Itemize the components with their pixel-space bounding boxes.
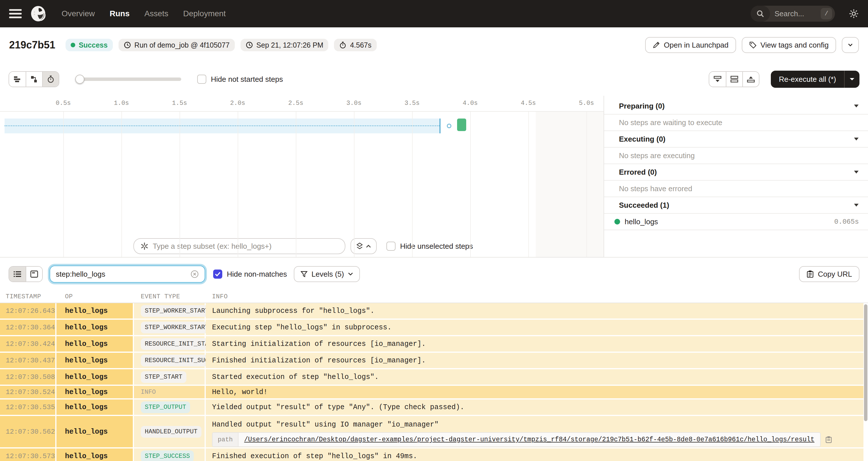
axis-tick: 3.5s [405,100,420,107]
hide-non-matches-checkbox[interactable] [213,270,222,279]
job-tag[interactable]: Run of demo_job @ 4f105077 [119,39,235,51]
copy-url-button[interactable]: Copy URL [799,266,860,282]
step-bar-hello-logs[interactable] [457,119,466,131]
reexecute-all-button[interactable]: Re-execute all (*) [771,71,844,88]
log-event-type-cell: STEP_WORKER_STARTED [134,320,206,335]
run-id: 219c7b51 [9,39,55,51]
dag-view-icon [30,75,38,83]
nav-link-assets[interactable]: Assets [145,9,168,18]
log-list-view-button[interactable] [9,267,26,281]
gridline [63,112,64,257]
step-section-title: Executing (0) [619,135,854,144]
log-op-name: hello_logs [56,320,134,335]
log-row[interactable]: 12:07:30.535hello_logsSTEP_OUTPUTYielded… [0,399,863,416]
event-type-badge: STEP_START [141,371,186,383]
search-input[interactable]: Search... / [751,6,835,22]
start-time-tag: Sep 21, 12:07:26 PM [241,39,329,51]
hide-unselected-checkbox[interactable] [386,242,396,251]
chevron-down-icon [847,42,854,48]
log-op-name: hello_logs [56,399,134,415]
step-name: hello_logs [625,217,830,226]
chevron-down-icon [348,272,353,276]
gridline [238,112,238,257]
scrollbar-thumb[interactable] [864,304,867,421]
run-header-more-button[interactable] [842,37,859,53]
chevron-up-icon [366,244,371,248]
collapse-bottom-button[interactable] [709,72,726,87]
step-section-header[interactable]: Preparing (0) [604,98,868,115]
log-row[interactable]: 12:07:30.524hello_logsINFOHello, world! [0,386,863,399]
view-tags-config-button[interactable]: View tags and config [742,37,836,53]
nav-link-deployment[interactable]: Deployment [183,9,226,18]
axis-tick: 4.0s [463,100,478,107]
structured-view-icon [30,270,38,278]
levels-dropdown[interactable]: Levels (5) [294,266,360,282]
log-row[interactable]: 12:07:26.643hello_logsSTEP_WORKER_STARTI… [0,303,863,320]
open-in-launchpad-button[interactable]: Open in Launchpad [645,37,736,53]
log-timestamp: 12:07:30.424 [0,336,56,351]
gantt-zoom-slider[interactable] [75,75,181,84]
split-rows-icon [730,75,739,83]
panel-collapse-down-icon [713,75,722,83]
log-op-name: hello_logs [56,416,134,447]
clear-filter-icon[interactable] [190,270,199,278]
waterfall-view-button[interactable] [26,72,42,87]
log-info-cell: Finished execution of step "hello_logs" … [206,449,863,461]
gear-icon[interactable] [848,8,859,19]
step-subset-placeholder: Type a step subset (ex: hello_logs+) [153,242,272,251]
log-row[interactable]: 12:07:30.573hello_logsSTEP_SUCCESSFinish… [0,449,863,461]
log-row[interactable]: 12:07:30.437hello_logsRESOURCE_INIT_SUCC… [0,353,863,369]
hide-unselected-control: Hide unselected steps [386,242,473,251]
step-section-header[interactable]: Succeeded (1) [604,197,868,214]
step-section-empty: No steps are executing [604,148,868,164]
log-op-name: hello_logs [56,386,134,398]
log-event-type-cell: STEP_WORKER_STARTI… [134,303,206,318]
log-row[interactable]: 12:07:30.364hello_logsSTEP_WORKER_STARTE… [0,320,863,336]
panel-layout-group [709,71,760,87]
menu-icon[interactable] [9,9,22,18]
log-timestamp: 12:07:30.535 [0,399,56,415]
reexecute-dropdown-button[interactable] [844,71,860,88]
axis-tick: 0.5s [56,100,71,107]
timing-view-button[interactable] [42,72,59,87]
dagster-logo-icon[interactable] [30,5,48,23]
top-nav: OverviewRunsAssetsDeployment Search... / [0,0,868,27]
log-row[interactable]: 12:07:30.562hello_logsHANDLED_OUTPUTHand… [0,416,863,449]
caret-down-icon [849,77,855,81]
hide-not-started-control: Hide not started steps [197,75,283,84]
step-row[interactable]: hello_logs0.065s [604,214,868,230]
log-raw-view-button[interactable] [26,267,42,281]
slider-knob[interactable] [75,75,84,84]
log-row[interactable]: 12:07:30.508hello_logsSTEP_STARTStarted … [0,369,863,386]
metadata-path-link[interactable]: /Users/erincochran/Desktop/dagster-examp… [239,433,820,447]
search-shortcut-key: / [821,8,832,19]
log-table: TIMESTAMPOPEVENT TYPEINFO 12:07:26.643he… [0,290,868,461]
hide-not-started-checkbox[interactable] [197,75,206,84]
flat-gantt-icon [13,75,21,83]
nav-link-overview[interactable]: Overview [62,9,95,18]
step-section-header[interactable]: Errored (0) [604,164,868,181]
timer-icon [339,41,346,49]
search-placeholder: Search... [770,9,821,18]
step-section-header[interactable]: Executing (0) [604,131,868,148]
split-view-button[interactable] [726,72,742,87]
op-selector-icon [141,243,148,250]
log-filter-input[interactable]: step:hello_logs [50,266,205,283]
step-duration: 0.065s [834,218,859,226]
step-status-panel: Preparing (0)No steps are waiting to exe… [603,96,868,257]
hide-not-started-label: Hide not started steps [211,75,283,84]
gridline [528,112,529,257]
log-timestamp: 12:07:30.364 [0,320,56,335]
log-event-type-cell: STEP_OUTPUT [134,399,206,415]
flat-view-button[interactable] [9,72,26,87]
collapse-top-button[interactable] [742,72,759,87]
log-op-name: hello_logs [56,336,134,351]
step-subset-input[interactable]: Type a step subset (ex: hello_logs+) [133,238,345,254]
log-event-type-cell: HANDLED_OUTPUT [134,416,206,447]
step-marker-circle [447,124,452,128]
copy-path-icon[interactable] [825,436,832,443]
section-caret-icon [854,171,859,174]
log-row[interactable]: 12:07:30.424hello_logsRESOURCE_INIT_STAR… [0,336,863,353]
clock-icon [246,41,253,49]
nav-link-runs[interactable]: Runs [110,9,130,18]
